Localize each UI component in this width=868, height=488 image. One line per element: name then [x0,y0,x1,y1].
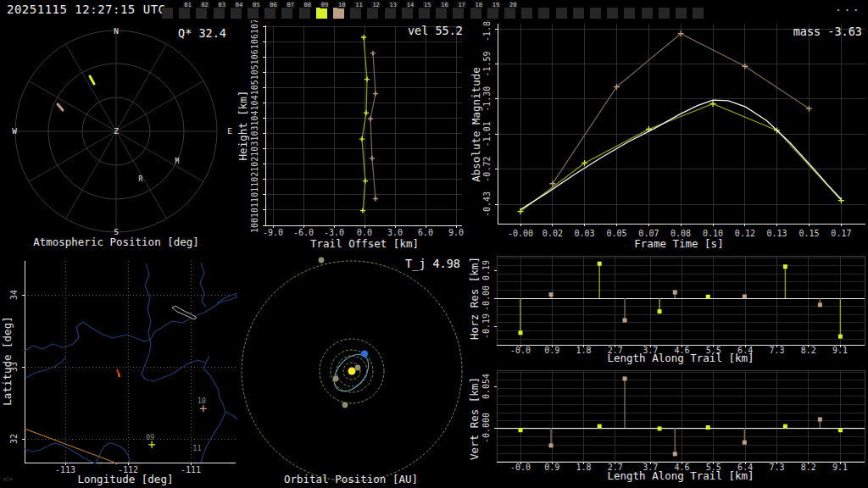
svg-text:-0.43: -0.43 [482,191,492,217]
light-curve-panel: -0.000.020.030.050.070.080.100.120.130.1… [466,20,868,254]
frame-thumbnail-15[interactable] [419,8,430,19]
svg-text:10: 10 [198,396,206,405]
svg-text:0.9: 0.9 [544,346,559,355]
svg-text:0.054: 0.054 [481,374,491,399]
frame-thumbnail[interactable] [607,8,618,19]
frame-thumbnail[interactable] [538,8,549,19]
frame-thumbnail-08[interactable] [299,8,310,19]
horizontal-residuals-plot: -0.00.91.82.73.74.65.56.47.38.29.10.19-0… [481,256,865,355]
map-plot: -113-112-111323334091011 [9,261,237,474]
frame-thumbnail-14[interactable] [402,8,413,19]
frame-thumbnail[interactable] [676,8,687,19]
svg-text:0.9: 0.9 [544,463,559,472]
svg-text:6.0: 6.0 [418,228,433,237]
trail-ylabel: Height [km] [237,91,249,161]
frame-number-label: 19 [492,2,500,8]
orbital-position-panel: T_j 4.98 Orbital Position [AU] [237,251,466,488]
svg-text:-113: -113 [55,465,75,474]
frame-thumbnail-18[interactable] [470,8,481,19]
svg-text:104: 104 [250,95,259,110]
frame-thumbnail[interactable] [693,8,704,19]
svg-text:0.0: 0.0 [357,228,372,237]
atmospheric-title: Atmospheric Position [deg] [33,236,199,248]
earth-dot [361,351,368,358]
svg-text:-0.00: -0.00 [481,286,491,311]
frame-number-label: 10 [337,2,346,8]
frame-thumbnail-16[interactable] [436,8,447,19]
watermark: pjw [3,475,13,482]
svg-text:09: 09 [146,433,154,441]
frame-number-label: 20 [509,2,517,8]
frame-thumbnail-19[interactable] [487,8,498,19]
svg-text:9.1: 9.1 [832,463,848,472]
frame-number-label: 04 [235,2,243,8]
frame-thumbnail-03[interactable] [214,8,225,19]
frame-thumbnail-17[interactable] [453,8,464,19]
frame-thumbnail-13[interactable] [385,8,396,19]
atmospheric-position-panel: MR N E S W Z Q* 32.4 Atmospheric Positio… [0,20,237,251]
svg-text:0.13: 0.13 [767,229,787,238]
svg-text:101: 101 [250,187,259,202]
horz-res-ylabel: Horz Res [km] [468,257,481,340]
frame-number-label: 03 [218,2,226,8]
svg-text:7.3: 7.3 [769,463,784,472]
frame-number-label: 17 [457,2,465,8]
frame-thumbnail-active-09[interactable] [316,8,327,19]
zenith-label: Z [114,126,119,136]
frame-number-label: 15 [423,2,431,8]
frame-thumbnail-06[interactable] [264,8,275,19]
compass-west-label: W [12,126,17,136]
frame-thumbnail[interactable] [642,8,653,19]
svg-text:-0.72: -0.72 [482,157,492,182]
tisserand-value: T_j 4.98 [405,257,460,271]
frame-thumbnail[interactable] [162,8,173,19]
residual-series-station-1 [519,262,843,339]
overflow-menu-icon[interactable]: ... [835,0,861,14]
svg-text:0.02: 0.02 [542,229,563,238]
frame-thumbnail-02[interactable] [196,8,207,19]
svg-text:101: 101 [250,202,259,218]
frame-thumbnail-secondary-10[interactable] [333,8,344,19]
frame-number-label: 16 [440,2,448,8]
frame-thumbnail[interactable] [590,8,601,19]
polar-point-label: M [175,158,180,165]
planet-dot [319,258,325,263]
frame-thumbnail-20[interactable] [504,8,515,19]
svg-text:-9.0: -9.0 [263,228,283,237]
compass-east-label: E [227,126,232,136]
compass-north-label: N [114,26,119,36]
svg-text:-1.01: -1.01 [482,121,492,147]
frame-thumbnail-04[interactable] [231,8,242,19]
planet-dot [333,376,339,382]
frame-thumbnail[interactable] [573,8,584,19]
frame-thumbnail[interactable] [659,8,670,19]
map-ylabel: Latitude [deg] [1,316,14,405]
svg-text:7.3: 7.3 [769,346,784,355]
svg-text:34: 34 [9,290,19,300]
mass-value: mass -3.63 [793,25,862,38]
svg-text:8.2: 8.2 [801,346,816,355]
frame-thumbnail-07[interactable] [281,8,292,19]
svg-text:0.15: 0.15 [798,229,819,238]
svg-text:3.0: 3.0 [387,228,403,237]
frame-number-label: 02 [200,2,209,8]
svg-text:105: 105 [250,80,259,95]
svg-text:-1.59: -1.59 [482,51,492,76]
vertical-residuals-plot: -0.00.91.82.73.74.65.56.47.38.29.10.054-… [481,370,865,472]
lake-outline [172,306,197,319]
frame-thumbnail-05[interactable] [248,8,259,19]
frame-thumbnail-12[interactable] [367,8,378,19]
frame-number-label: 05 [252,2,260,8]
frame-thumbnail[interactable] [521,8,532,19]
frame-number-label: 12 [371,2,380,8]
velocity-value: vel 55.2 [408,24,463,37]
frame-number-label: 18 [475,2,483,8]
svg-text:102: 102 [250,157,259,172]
ground-map-panel: -113-112-111323334091011 Latitude [deg] … [0,251,237,488]
frame-thumbnail[interactable] [556,8,567,19]
frame-thumbnail[interactable] [624,8,635,19]
frame-thumbnail-11[interactable] [350,8,361,19]
frame-thumbnail-01[interactable] [179,8,190,19]
polar-point-label: R [139,175,143,183]
svg-text:1.8: 1.8 [576,346,592,355]
